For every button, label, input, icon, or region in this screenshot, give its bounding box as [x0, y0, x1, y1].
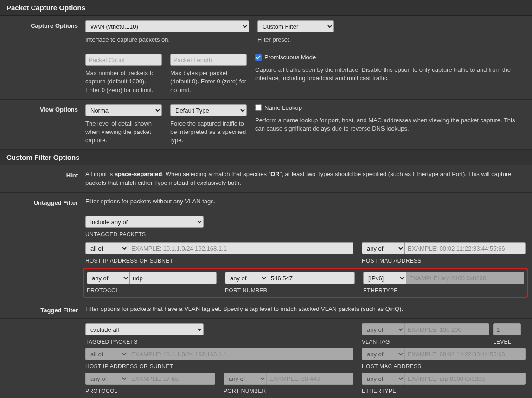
- untagged-packets-select[interactable]: include any of: [85, 216, 204, 228]
- row-untagged-controls: include any of UNTAGGED PACKETS all of a…: [0, 211, 532, 300]
- tagged-desc: Filter options for packets that have a V…: [85, 305, 403, 314]
- tagged-vlan-input[interactable]: [404, 323, 489, 335]
- interface-select[interactable]: WAN (vtnet0.110): [85, 20, 249, 32]
- label-untagged-filter: Untagged Filter: [6, 197, 85, 206]
- tagged-level-sublabel: LEVEL: [493, 339, 526, 345]
- promiscuous-checkbox[interactable]: [255, 54, 262, 61]
- tagged-vlan-match-select[interactable]: any of: [362, 323, 404, 335]
- tagged-level-input[interactable]: [493, 323, 521, 335]
- view-detail-help: The level of detail shown when viewing t…: [85, 120, 162, 145]
- untagged-eth-sublabel: ETHERTYPE: [363, 287, 524, 294]
- untagged-proto-match-select[interactable]: any of: [87, 272, 129, 284]
- row-tagged-controls: exclude all any of TAGGED PACKETS VLAN T…: [0, 319, 532, 398]
- label-capture-options: Capture Options: [6, 20, 85, 29]
- untagged-port-match-select[interactable]: any of: [225, 272, 268, 284]
- tagged-mac-match-select[interactable]: any of: [362, 348, 404, 360]
- untagged-host-match-select[interactable]: all of: [85, 242, 128, 254]
- label-view-options: View Options: [6, 104, 85, 113]
- tagged-proto-input[interactable]: [128, 373, 215, 385]
- tagged-packets-select[interactable]: exclude all: [85, 323, 204, 335]
- tagged-mac-sublabel: HOST MAC ADDRESS: [362, 363, 526, 370]
- untagged-host-sublabel: HOST IP ADDRESS OR SUBNET: [85, 258, 353, 264]
- tagged-host-input[interactable]: [128, 348, 353, 360]
- row-view-options: View Options Normal The level of detail …: [0, 100, 532, 150]
- packet-count-input[interactable]: [85, 54, 162, 66]
- view-type-help: Force the captured traffic to be interpr…: [170, 120, 247, 145]
- tagged-eth-input[interactable]: [404, 373, 526, 385]
- tagged-proto-sublabel: PROTOCOL: [85, 388, 215, 394]
- untagged-desc: Filter options for packets without any V…: [85, 197, 215, 206]
- section-header-custom-filter: Custom Filter Options: [0, 150, 532, 165]
- packet-length-input[interactable]: [170, 54, 247, 66]
- row-tagged-desc: Tagged Filter Filter options for packets…: [0, 300, 532, 319]
- filter-preset-select[interactable]: Custom Filter: [257, 20, 334, 32]
- untagged-eth-match-select[interactable]: [IPv6]: [363, 272, 406, 284]
- untagged-eth-input[interactable]: [406, 272, 524, 284]
- section-header-packet-capture: Packet Capture Options: [0, 0, 532, 16]
- hint-text: All input is space-separated. When selec…: [85, 170, 526, 188]
- tagged-eth-sublabel: ETHERTYPE: [362, 388, 526, 394]
- name-lookup-checkbox[interactable]: [255, 104, 262, 111]
- promiscuous-label: Promiscuous Mode: [264, 54, 316, 61]
- untagged-highlight-box: any of any of [IPv6] PROTOCOL: [83, 268, 528, 298]
- tagged-vlan-sublabel: VLAN TAG: [362, 339, 489, 345]
- tagged-host-sublabel: HOST IP ADDRESS OR SUBNET: [85, 363, 353, 370]
- untagged-mac-sublabel: HOST MAC ADDRESS: [362, 258, 526, 264]
- tagged-packets-sublabel: TAGGED PACKETS: [85, 339, 353, 345]
- name-lookup-help: Perform a name lookup for port, host, an…: [255, 116, 526, 133]
- tagged-port-sublabel: PORT NUMBER: [224, 388, 353, 394]
- view-type-select[interactable]: Default Type: [170, 104, 247, 116]
- untagged-port-sublabel: PORT NUMBER: [225, 287, 355, 294]
- untagged-packets-sublabel: UNTAGGED PACKETS: [85, 231, 526, 238]
- tagged-host-match-select[interactable]: all of: [85, 348, 128, 360]
- untagged-mac-input[interactable]: [404, 242, 526, 254]
- tagged-mac-input[interactable]: [404, 348, 526, 360]
- filter-preset-help: Filter preset.: [257, 36, 334, 44]
- untagged-port-input[interactable]: [268, 272, 355, 284]
- untagged-host-input[interactable]: [128, 242, 353, 254]
- name-lookup-label: Name Lookup: [264, 104, 302, 111]
- packet-length-help: Max bytes per packet (default 0). Enter …: [170, 69, 247, 95]
- packet-count-help: Max number of packets to capture (defaul…: [85, 69, 162, 95]
- untagged-mac-match-select[interactable]: any of: [362, 242, 404, 254]
- row-untagged-desc: Untagged Filter Filter options for packe…: [0, 193, 532, 211]
- tagged-port-input[interactable]: [266, 373, 353, 385]
- label-hint: Hint: [6, 170, 85, 179]
- tagged-eth-match-select[interactable]: any of: [362, 373, 404, 385]
- row-hint: Hint All input is space-separated. When …: [0, 165, 532, 193]
- interface-help: Interface to capture packets on.: [85, 36, 249, 44]
- row-packet-params: Max number of packets to capture (defaul…: [0, 49, 532, 100]
- label-tagged-filter: Tagged Filter: [6, 305, 85, 314]
- promiscuous-help: Capture all traffic seen by the interfac…: [255, 66, 526, 82]
- untagged-proto-input[interactable]: [129, 272, 217, 284]
- row-capture-options: Capture Options WAN (vtnet0.110) Interfa…: [0, 16, 532, 49]
- view-detail-select[interactable]: Normal: [85, 104, 162, 116]
- untagged-proto-sublabel: PROTOCOL: [87, 287, 217, 294]
- tagged-port-match-select[interactable]: any of: [224, 373, 266, 385]
- tagged-proto-match-select[interactable]: any of: [85, 373, 128, 385]
